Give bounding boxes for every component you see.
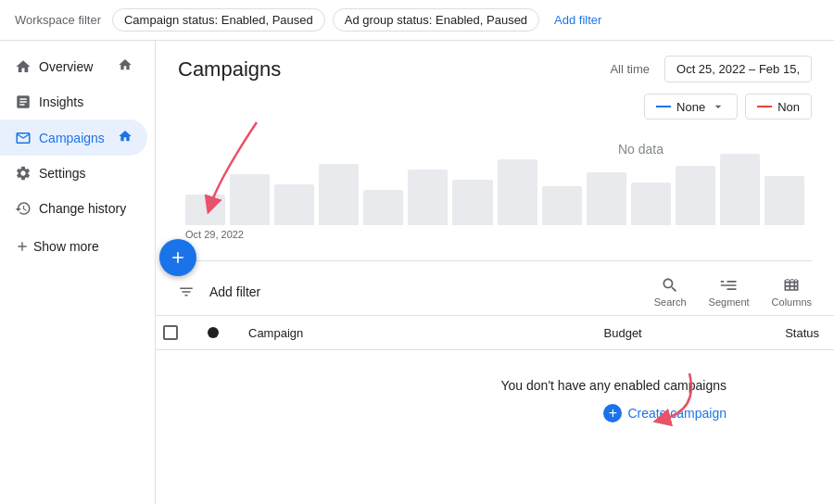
sidebar-item-overview[interactable]: Overview xyxy=(0,48,147,84)
campaigns-icon xyxy=(15,130,32,146)
main-layout: Overview Insights Campaigns Settings Cha… xyxy=(0,41,834,504)
empty-state-text: You don't have any enabled campaigns xyxy=(501,378,727,393)
empty-state-cell: You don't have any enabled campaigns + C… xyxy=(156,350,834,451)
chart-bars: No data xyxy=(178,123,812,225)
bar xyxy=(764,176,804,225)
history-icon xyxy=(15,200,32,217)
chart-controls: None Non xyxy=(178,90,812,123)
status-dot-header xyxy=(193,316,234,350)
filter-icon-button[interactable] xyxy=(178,284,195,300)
columns-icon xyxy=(782,276,801,295)
sidebar-item-campaigns[interactable]: Campaigns xyxy=(0,120,147,156)
fab-button[interactable] xyxy=(159,239,196,276)
segment-non-label: Non xyxy=(777,100,800,114)
budget-column-header[interactable]: Budget xyxy=(468,316,656,350)
bar xyxy=(274,184,314,225)
red-line-icon xyxy=(757,106,772,107)
table-area: Campaign Budget Status xyxy=(156,316,834,504)
chart-area: None Non xyxy=(178,90,812,261)
status-column-header[interactable]: Status xyxy=(657,316,834,350)
no-data-label: No data xyxy=(618,142,663,157)
table-header-row: Campaign Budget Status xyxy=(156,316,834,350)
search-icon xyxy=(661,276,679,295)
date-range-label: All time xyxy=(610,62,650,76)
blue-line-icon xyxy=(656,106,671,107)
bar xyxy=(631,183,671,225)
search-action[interactable]: Search xyxy=(654,276,687,308)
segment-non-button[interactable]: Non xyxy=(745,94,812,120)
create-campaign-label: Create campaign xyxy=(627,406,727,421)
checkbox-header[interactable] xyxy=(156,316,193,350)
create-arrow-annotation xyxy=(578,364,764,438)
campaign-status-filter[interactable]: Campaign status: Enabled, Paused xyxy=(112,8,325,32)
adgroup-status-filter[interactable]: Ad group status: Enabled, Paused xyxy=(333,8,539,32)
segment-icon xyxy=(720,276,739,295)
workspace-filter-label: Workspace filter xyxy=(15,13,101,27)
empty-state-row: You don't have any enabled campaigns + C… xyxy=(156,350,834,451)
chevron-down-icon xyxy=(711,99,726,114)
toolbar: Add filter Search Segment Columns xyxy=(156,269,834,316)
sidebar-item-change-history[interactable]: Change history xyxy=(0,191,147,226)
bar xyxy=(498,159,537,226)
bar xyxy=(408,170,448,226)
bar xyxy=(319,164,359,225)
segment-none-label: None xyxy=(676,100,705,114)
status-dot-icon xyxy=(208,327,219,338)
select-all-checkbox[interactable] xyxy=(163,325,178,340)
bar xyxy=(676,166,715,225)
campaign-column-header[interactable]: Campaign xyxy=(234,316,468,350)
create-campaign-icon: + xyxy=(603,404,622,422)
add-filter-button[interactable]: Add filter xyxy=(547,9,609,31)
create-campaign-button[interactable]: + Create campaign xyxy=(603,404,727,422)
columns-action[interactable]: Columns xyxy=(772,276,812,308)
page-title: Campaigns xyxy=(178,57,595,82)
campaigns-home-icon xyxy=(118,129,133,146)
settings-icon xyxy=(15,165,32,182)
bar xyxy=(542,186,582,225)
bar xyxy=(720,154,760,225)
sidebar-item-settings[interactable]: Settings xyxy=(0,156,147,191)
bar xyxy=(363,190,403,226)
plus-icon xyxy=(15,239,30,254)
show-more-label: Show more xyxy=(33,239,99,254)
filter-icon xyxy=(178,284,195,300)
show-more-button[interactable]: Show more xyxy=(0,230,155,263)
plus-fab-icon xyxy=(169,248,187,267)
page-header: Campaigns All time Oct 25, 2022 – Feb 15… xyxy=(156,41,834,90)
segment-none-button[interactable]: None xyxy=(644,94,738,120)
segment-action[interactable]: Segment xyxy=(709,276,750,308)
bar xyxy=(185,195,225,225)
columns-label: Columns xyxy=(772,296,812,308)
empty-state: You don't have any enabled campaigns + C… xyxy=(171,359,819,441)
bar xyxy=(587,172,626,225)
bar xyxy=(452,180,492,226)
add-filter-text: Add filter xyxy=(209,284,260,299)
date-range-button[interactable]: Oct 25, 2022 – Feb 15, xyxy=(664,56,812,82)
bar xyxy=(230,174,270,225)
main-content: Campaigns All time Oct 25, 2022 – Feb 15… xyxy=(156,41,834,504)
campaigns-table: Campaign Budget Status xyxy=(156,316,834,450)
sidebar: Overview Insights Campaigns Settings Cha… xyxy=(0,41,156,504)
chart-date-label: Oct 29, 2022 xyxy=(178,225,812,244)
overview-home-icon xyxy=(118,57,133,75)
search-label: Search xyxy=(654,296,687,308)
workspace-bar: Workspace filter Campaign status: Enable… xyxy=(0,0,834,41)
home-icon xyxy=(15,58,32,75)
sidebar-item-insights[interactable]: Insights xyxy=(0,84,147,120)
toolbar-actions: Search Segment Columns xyxy=(654,276,812,308)
segment-label: Segment xyxy=(709,296,750,308)
insights-icon xyxy=(15,94,32,110)
